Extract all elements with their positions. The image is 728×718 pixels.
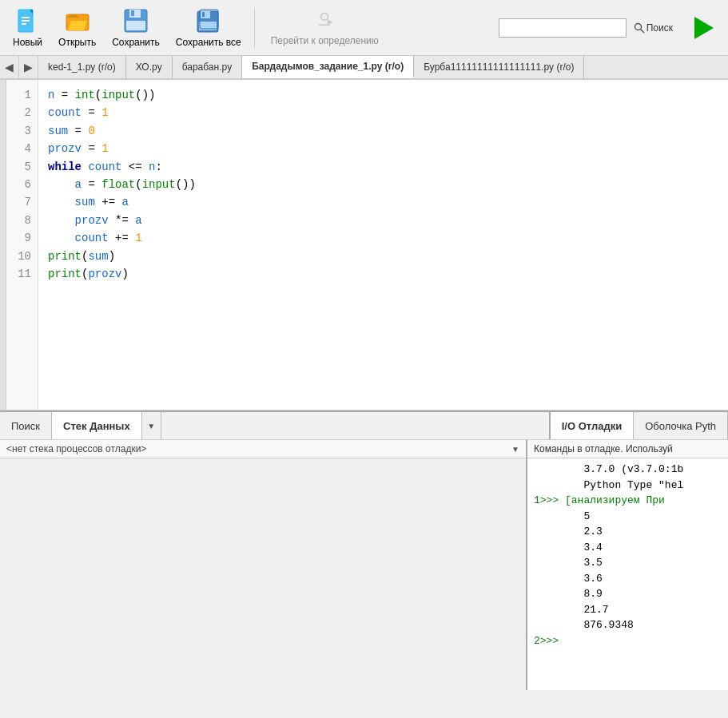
stack-placeholder-row: <нет стека процессов отладки> ▼ <box>0 440 526 458</box>
code-line-5: while count <= n: <box>48 158 718 176</box>
svg-rect-9 <box>131 10 134 16</box>
run-button[interactable] <box>686 10 722 46</box>
io-body[interactable]: 3.7.0 (v3.7.0:1b Python Type "hel 1>>> [… <box>527 458 728 690</box>
stack-placeholder-text: <нет стека процессов отладки> <box>6 443 146 454</box>
code-line-10: print(sum) <box>48 248 718 265</box>
io-line-1: 3.7.0 (v3.7.0:1b <box>534 462 722 478</box>
tab-xo[interactable]: ХО.py <box>126 56 173 78</box>
run-icon <box>690 14 718 42</box>
tab-baraban[interactable]: барабан.py <box>173 56 243 78</box>
save-all-icon <box>196 8 221 34</box>
code-line-11: print(prozv) <box>48 265 718 283</box>
io-line-4: 5 <box>534 509 722 525</box>
io-line-11: 876.9348 <box>534 617 722 633</box>
bottom-tab-io[interactable]: I/O Отладки <box>551 412 635 439</box>
search-button[interactable]: Поиск <box>630 20 677 36</box>
bottom-left-panel: <нет стека процессов отладки> ▼ <box>0 440 527 690</box>
new-button[interactable]: Новый <box>6 5 49 51</box>
save-icon <box>123 8 149 34</box>
toolbar-separator <box>254 8 255 48</box>
code-line-8: prozv *= a <box>48 212 718 229</box>
tab-bardadymov[interactable]: Бардадымов_задание_1.py (r/o) <box>242 56 414 78</box>
search-icon <box>634 22 645 34</box>
tab-ked[interactable]: ked-1_1.py (r/o) <box>38 56 126 78</box>
bottom-content: <нет стека процессов отладки> ▼ Команды … <box>0 440 728 690</box>
svg-point-16 <box>321 13 328 20</box>
svg-rect-13 <box>202 12 205 17</box>
open-label: Открыть <box>58 37 96 48</box>
code-line-2: count = 1 <box>48 104 718 121</box>
svg-marker-18 <box>328 19 333 25</box>
bottom-right-tabs: I/O Отладки Оболочка Pyth <box>551 412 728 439</box>
bottom-tab-shell[interactable]: Оболочка Pyth <box>634 412 728 439</box>
line-numbers: 1 2 3 4 5 6 7 8 9 10 11 <box>6 80 38 410</box>
svg-rect-10 <box>126 21 145 30</box>
svg-marker-21 <box>694 17 714 39</box>
toolbar: Новый Открыть Сохранить Сохранить все <box>0 0 728 56</box>
goto-definition-button[interactable]: Перейти к определению <box>261 6 388 50</box>
io-header: Команды в отладке. Используй <box>527 440 728 458</box>
io-line-9: 8.9 <box>534 586 722 602</box>
goto-label: Перейти к определению <box>271 35 379 46</box>
search-area: Поиск <box>499 18 677 38</box>
bottom-tab-search[interactable]: Поиск <box>0 412 52 439</box>
goto-icon <box>313 10 336 32</box>
code-line-6: a = float(input()) <box>48 176 718 193</box>
io-line-3: 1>>> [анализируем При <box>534 493 722 509</box>
code-line-7: sum += a <box>48 193 718 211</box>
io-line-2: Python Type "hel <box>534 478 722 494</box>
svg-point-19 <box>635 23 641 30</box>
bottom-left-tabs: Поиск Стек Данных ▼ <box>0 412 551 439</box>
open-button[interactable]: Открыть <box>52 5 102 51</box>
code-line-4: prozv = 1 <box>48 140 718 157</box>
code-editor[interactable]: n = int(input()) count = 1 sum = 0 prozv… <box>38 80 728 410</box>
save-all-label: Сохранить все <box>176 37 241 48</box>
tab-back-button[interactable]: ◀ <box>0 56 19 78</box>
io-line-5: 2.3 <box>534 524 722 540</box>
save-button[interactable]: Сохранить <box>105 5 166 51</box>
new-label: Новый <box>13 37 42 48</box>
stack-dropdown-icon[interactable]: ▼ <box>511 445 519 454</box>
svg-line-20 <box>640 29 644 33</box>
stack-body <box>0 458 526 690</box>
save-label: Сохранить <box>112 37 160 48</box>
code-line-9: count += 1 <box>48 229 718 247</box>
bottom-panel: Поиск Стек Данных ▼ I/O Отладки Оболочка… <box>0 411 728 690</box>
io-line-8: 3.6 <box>534 571 722 587</box>
code-line-1: n = int(input()) <box>48 86 718 104</box>
open-icon <box>65 8 90 34</box>
bottom-tabs-dropdown[interactable]: ▼ <box>142 412 161 439</box>
io-line-12: 2>>> <box>534 633 722 649</box>
io-line-7: 3.5 <box>534 555 722 571</box>
bottom-tab-stack[interactable]: Стек Данных <box>52 412 142 439</box>
io-line-10: 21.7 <box>534 602 722 618</box>
tab-burba[interactable]: Бурба11111111111111111.py (r/o) <box>414 56 584 78</box>
editor-left-edge <box>0 80 6 410</box>
code-line-3: sum = 0 <box>48 122 718 140</box>
editor-container: 1 2 3 4 5 6 7 8 9 10 11 n = int(input())… <box>0 80 728 411</box>
io-line-6: 3.4 <box>534 540 722 556</box>
new-icon <box>15 8 41 34</box>
search-input[interactable] <box>499 18 627 38</box>
tab-forward-button[interactable]: ▶ <box>19 56 38 78</box>
svg-rect-12 <box>201 11 210 18</box>
search-btn-label: Поиск <box>646 22 673 34</box>
bottom-right-panel: Команды в отладке. Используй 3.7.0 (v3.7… <box>527 440 728 690</box>
tabs-bar: ◀ ▶ ked-1_1.py (r/o) ХО.py барабан.py Ба… <box>0 56 728 80</box>
bottom-tabs-row: Поиск Стек Данных ▼ I/O Отладки Оболочка… <box>0 412 728 440</box>
save-all-button[interactable]: Сохранить все <box>169 5 248 51</box>
